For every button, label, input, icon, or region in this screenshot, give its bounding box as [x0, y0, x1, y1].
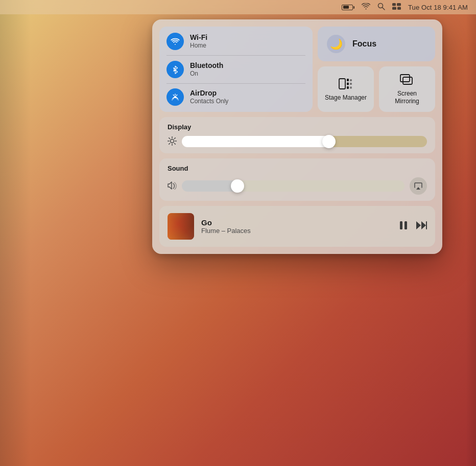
- svg-rect-12: [350, 83, 352, 85]
- brightness-slider-row: [168, 136, 427, 147]
- playback-controls: [398, 220, 427, 233]
- track-name: Go: [201, 218, 391, 227]
- svg-rect-9: [347, 82, 349, 85]
- menubar-datetime: Tue Oct 18 9:41 AM: [408, 4, 468, 11]
- focus-button[interactable]: 🌙 Focus: [318, 27, 435, 61]
- stage-manager-icon: [339, 77, 353, 91]
- display-label: Display: [168, 123, 427, 131]
- svg-rect-10: [347, 86, 349, 89]
- stage-manager-label: Stage Manager: [325, 94, 367, 102]
- screen-edge-left: [0, 0, 31, 466]
- battery-body: [342, 5, 353, 10]
- volume-slider[interactable]: [182, 180, 404, 192]
- airplay-icon: [414, 182, 423, 190]
- svg-rect-2: [392, 3, 396, 6]
- bluetooth-item[interactable]: Bluetooth On: [166, 61, 305, 78]
- control-center-panel: Wi-Fi Home Bluetooth On: [152, 19, 442, 254]
- svg-rect-3: [397, 3, 401, 6]
- wifi-item[interactable]: Wi-Fi Home: [166, 33, 305, 50]
- cc-connectivity-block: Wi-Fi Home Bluetooth On: [159, 27, 313, 112]
- svg-rect-25: [400, 221, 402, 229]
- svg-rect-27: [426, 221, 427, 229]
- svg-rect-15: [403, 77, 412, 84]
- wifi-name: Wi-Fi: [190, 33, 207, 42]
- control-center-menubar-icon[interactable]: [392, 3, 401, 11]
- wifi-icon: [171, 37, 180, 46]
- focus-moon-icon: 🌙: [327, 35, 345, 53]
- bluetooth-icon-circle: [166, 61, 184, 78]
- pause-button[interactable]: [398, 220, 409, 233]
- bluetooth-text: Bluetooth On: [190, 61, 223, 77]
- sound-section: Sound: [159, 158, 435, 201]
- battery-icon: [342, 5, 354, 10]
- airdrop-text: AirDrop Contacts Only: [190, 89, 228, 105]
- wifi-status: Home: [190, 42, 207, 49]
- brightness-thumb: [322, 135, 336, 148]
- svg-line-22: [175, 143, 176, 144]
- menu-bar: Tue Oct 18 9:41 AM: [0, 0, 476, 14]
- airdrop-status: Contacts Only: [190, 98, 228, 105]
- divider-1: [166, 55, 305, 56]
- track-artist: Flume – Palaces: [201, 227, 391, 235]
- display-section: Display: [159, 117, 435, 153]
- wifi-text: Wi-Fi Home: [190, 33, 207, 49]
- brightness-icon: [168, 136, 177, 147]
- svg-line-23: [175, 137, 176, 138]
- svg-rect-7: [339, 79, 345, 89]
- menu-bar-right: Tue Oct 18 9:41 AM: [342, 3, 468, 12]
- svg-line-24: [169, 143, 170, 144]
- volume-slider-row: [168, 177, 427, 195]
- now-playing-section: Go Flume – Palaces: [159, 206, 435, 247]
- svg-rect-4: [392, 7, 396, 10]
- svg-rect-26: [404, 221, 407, 229]
- album-art-image: [168, 213, 194, 240]
- svg-point-16: [171, 139, 174, 143]
- next-button[interactable]: [416, 221, 427, 232]
- bluetooth-icon: [171, 65, 180, 74]
- airdrop-name: AirDrop: [190, 89, 228, 98]
- screen-edge-right: [466, 0, 476, 466]
- airplay-button[interactable]: [410, 177, 427, 195]
- divider-2: [166, 83, 305, 84]
- svg-line-1: [383, 8, 385, 10]
- volume-thumb: [231, 179, 244, 193]
- bluetooth-status: On: [190, 70, 223, 77]
- battery-fill: [343, 6, 349, 9]
- volume-icon: [168, 181, 177, 191]
- track-info: Go Flume – Palaces: [201, 218, 391, 235]
- cc-right-col: 🌙 Focus Stage Manager: [318, 27, 435, 112]
- search-menubar-icon[interactable]: [377, 3, 385, 12]
- wifi-menubar-icon[interactable]: [362, 3, 370, 11]
- focus-label: Focus: [352, 39, 376, 49]
- wifi-icon-circle: [166, 33, 184, 50]
- screen-mirroring-label: Screen Mirroring: [385, 90, 429, 106]
- screen-mirroring-button[interactable]: Screen Mirroring: [379, 66, 435, 112]
- bluetooth-name: Bluetooth: [190, 61, 223, 70]
- stage-manager-button[interactable]: Stage Manager: [318, 66, 374, 112]
- svg-rect-8: [347, 79, 349, 81]
- battery-tip: [353, 6, 354, 9]
- svg-rect-11: [350, 79, 352, 81]
- airdrop-icon: [171, 92, 180, 102]
- cc-bottom-btns: Stage Manager Screen Mirroring: [318, 66, 435, 112]
- brightness-slider[interactable]: [182, 136, 427, 147]
- svg-rect-14: [400, 75, 410, 82]
- svg-rect-13: [350, 86, 352, 88]
- airdrop-icon-circle: [166, 88, 184, 106]
- airdrop-item[interactable]: AirDrop Contacts Only: [166, 88, 305, 106]
- album-art: [168, 213, 194, 240]
- svg-rect-5: [397, 7, 401, 10]
- screen-mirroring-icon: [400, 73, 414, 87]
- svg-line-21: [169, 137, 170, 138]
- sound-label: Sound: [168, 165, 427, 172]
- cc-top-row: Wi-Fi Home Bluetooth On: [159, 27, 435, 112]
